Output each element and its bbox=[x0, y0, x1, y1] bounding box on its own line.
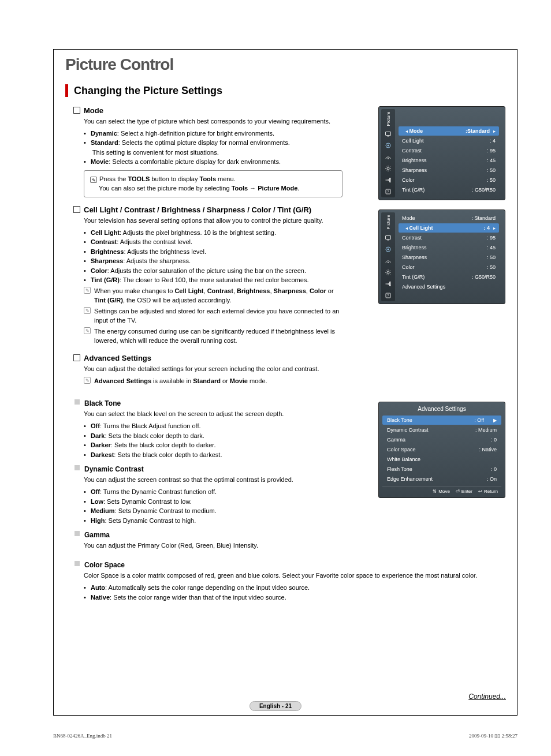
cell-light-heading: Cell Light / Contrast / Brightness / Sha… bbox=[73, 205, 342, 214]
continued-label: Continued... bbox=[468, 693, 506, 701]
osd-row[interactable]: Edge Enhancement: On bbox=[382, 474, 501, 484]
list-item: High: Sets Dynamic Contrast to high. bbox=[84, 516, 342, 526]
list-item: Standard: Selects the optimal picture di… bbox=[84, 138, 342, 157]
osd-row[interactable]: Brightness: 45 bbox=[399, 243, 499, 252]
svg-point-5 bbox=[387, 167, 389, 170]
osd-row[interactable]: Contrast: 95 bbox=[399, 233, 499, 242]
osd-row[interactable]: Tint (G/R): G50/R50 bbox=[399, 272, 499, 282]
list-item: Low: Sets Dynamic Contrast to low. bbox=[84, 497, 342, 507]
input-icon bbox=[385, 177, 392, 184]
tools-note: ✎Press the TOOLS button to display Tools… bbox=[84, 170, 342, 197]
osd-row[interactable]: ◂ Cell Light: 4▸ bbox=[399, 223, 499, 233]
support-icon: ? bbox=[385, 188, 392, 195]
osd-row[interactable]: Brightness: 45 bbox=[399, 156, 499, 165]
osd-row[interactable]: Mode: Standard bbox=[399, 214, 499, 223]
note: ✎Advanced Settings is available in Stand… bbox=[84, 376, 342, 386]
list-item: Dark: Sets the black color depth to dark… bbox=[84, 431, 342, 441]
osd-row[interactable]: Color: 50 bbox=[399, 263, 499, 272]
note-icon: ✎ bbox=[84, 377, 91, 384]
note: ✎Settings can be adjusted and stored for… bbox=[84, 306, 342, 325]
osd-row[interactable]: Gamma: 0 bbox=[382, 435, 501, 444]
list-item: Dynamic: Select a high-definition pictur… bbox=[84, 129, 342, 139]
list-item: Off: Turns the Black Adjust function off… bbox=[84, 421, 342, 431]
support-icon: ? bbox=[385, 292, 392, 299]
svg-point-3 bbox=[388, 145, 389, 147]
svg-rect-10 bbox=[388, 239, 389, 240]
osd-row[interactable]: Advanced Settings bbox=[399, 282, 499, 291]
osd-row[interactable]: White Balance bbox=[382, 455, 501, 464]
dynamic-contrast-heading: Dynamic Contrast bbox=[84, 465, 144, 473]
advanced-settings-heading: Advanced Settings bbox=[73, 354, 342, 362]
svg-text:?: ? bbox=[388, 190, 389, 193]
list-item: Brightness: Adjusts the brightness level… bbox=[84, 247, 342, 257]
list-item: Darker: Sets the black color depth to da… bbox=[84, 440, 342, 450]
osd-row[interactable]: Sharpness: 50 bbox=[399, 253, 499, 262]
note-icon: ✎ bbox=[84, 327, 91, 334]
cs-intro: Color Space is a color matrix composed o… bbox=[84, 571, 505, 581]
svg-rect-1 bbox=[388, 136, 389, 137]
list-item: Contrast: Adjusts the contrast level. bbox=[84, 237, 342, 247]
osd-row[interactable]: ◂ Mode:Standard▸ bbox=[399, 126, 499, 136]
black-tone-intro: You can select the black level on the sc… bbox=[84, 410, 342, 419]
list-item: Movie: Selects a comfortable picture dis… bbox=[84, 157, 342, 167]
bullet-square-icon bbox=[75, 399, 80, 405]
osd-panel-mode: Picture ? ◂ Mode:Standard▸ Cell Light: 4 bbox=[378, 106, 505, 200]
input-icon bbox=[385, 280, 392, 287]
bullet-square-icon bbox=[75, 531, 80, 536]
osd-row[interactable]: Contrast: 95 bbox=[399, 146, 499, 155]
list-item: Off: Turns the Dynamic Contrast function… bbox=[84, 487, 342, 497]
svg-rect-15 bbox=[390, 282, 391, 286]
osd-footer: ⇅Move ⏎Enter ↩Return bbox=[382, 486, 501, 495]
cell-intro: Your television has several setting opti… bbox=[84, 216, 342, 226]
osd-row[interactable]: Dynamic Contrast: Medium bbox=[382, 425, 501, 435]
osd-side-label: Picture bbox=[386, 111, 390, 126]
osd-row[interactable]: Flesh Tone: 0 bbox=[382, 465, 501, 474]
footer-left: BN68-02426A_Eng.indb 21 bbox=[53, 733, 112, 739]
list-item: Darkest: Sets the black color depth to d… bbox=[84, 450, 342, 460]
svg-rect-9 bbox=[386, 235, 391, 239]
svg-point-14 bbox=[387, 271, 389, 274]
bullet-square-icon bbox=[75, 465, 80, 470]
mode-heading: Mode bbox=[73, 106, 342, 115]
move-icon: ⇅ bbox=[433, 489, 437, 494]
osd-row[interactable]: Sharpness: 50 bbox=[399, 166, 499, 175]
adv-intro: You can adjust the detailed settings for… bbox=[84, 365, 342, 374]
list-item: Cell Light: Adjusts the pixel brightness… bbox=[84, 228, 342, 238]
page-number: English - 21 bbox=[250, 701, 301, 711]
osd-panel-advanced: Advanced Settings Black Tone: Off ▶ Dyna… bbox=[378, 402, 505, 498]
gamma-intro: You can adjust the Primary Color (Red, G… bbox=[84, 541, 342, 551]
svg-rect-6 bbox=[390, 178, 391, 182]
svg-rect-0 bbox=[386, 132, 391, 136]
subsection-title: Changing the Picture Settings bbox=[74, 85, 222, 97]
svg-point-13 bbox=[388, 262, 389, 263]
note-icon: ✎ bbox=[84, 307, 91, 314]
monitor-icon bbox=[385, 234, 392, 241]
gear-icon bbox=[385, 269, 392, 276]
monitor-icon bbox=[385, 130, 392, 137]
section-title: Picture Control bbox=[65, 55, 505, 74]
speaker-icon bbox=[385, 246, 392, 253]
svg-point-12 bbox=[388, 248, 389, 250]
osd-row[interactable]: Color: 50 bbox=[399, 175, 499, 185]
osd-row[interactable]: Cell Light: 4 bbox=[399, 136, 499, 145]
osd-row[interactable]: Color Space: Native bbox=[382, 445, 501, 454]
list-item: Auto: Automatically sets the color range… bbox=[84, 583, 505, 593]
footer-right: 2009-09-10 ▯▯ 2:58:27 bbox=[469, 733, 518, 739]
mode-intro: You can select the type of picture which… bbox=[84, 117, 342, 126]
gamma-heading: Gamma bbox=[84, 531, 110, 539]
osd-adv-title: Advanced Settings bbox=[382, 406, 501, 412]
gear-icon bbox=[385, 165, 392, 172]
note: ✎When you make changes to Cell Light, Co… bbox=[84, 286, 342, 305]
osd-side-label: Picture bbox=[386, 215, 390, 229]
accent-bar bbox=[65, 84, 68, 97]
list-item: Native: Sets the color range wider than … bbox=[84, 593, 505, 602]
speaker-icon bbox=[385, 142, 392, 149]
osd-row[interactable]: Tint (G/R): G50/R50 bbox=[399, 185, 499, 194]
note: ✎The energy consumed during use can be s… bbox=[84, 327, 342, 346]
bullet-square-icon bbox=[75, 561, 80, 566]
osd-row[interactable]: Black Tone: Off ▶ bbox=[382, 416, 501, 425]
dc-intro: You can adjust the screen contrast so th… bbox=[84, 476, 342, 485]
black-tone-heading: Black Tone bbox=[84, 399, 121, 407]
svg-point-4 bbox=[388, 158, 389, 159]
list-item: Tint (G/R): The closer to Red 100, the m… bbox=[84, 275, 342, 285]
